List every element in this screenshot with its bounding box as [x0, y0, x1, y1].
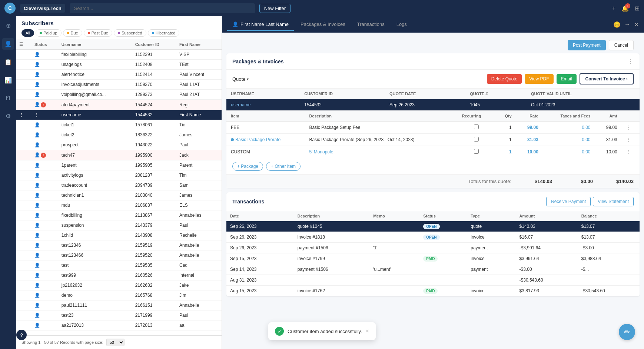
- quote-row[interactable]: username 1544532 Sep 26 2023 1045 Oct 01…: [226, 99, 640, 111]
- help-button[interactable]: ?: [16, 330, 27, 340]
- bell-icon[interactable]: 🔔1: [621, 5, 629, 12]
- table-row[interactable]: 👤 alert4notice 1152414 Paul Vincent: [16, 70, 222, 80]
- table-row[interactable]: 👤 aa2172013 2172013 aa: [16, 320, 222, 330]
- table-row[interactable]: Sep 26, 2023 quote #1045 OPEN quote $140…: [226, 221, 640, 232]
- table-row[interactable]: Sep 14, 2023 payment #1506 'u...ment' pa…: [226, 264, 640, 275]
- row-status: 👤: [31, 170, 59, 180]
- email-button[interactable]: Email: [557, 74, 577, 84]
- table-row[interactable]: 👤 mdu 2106837 ELS: [16, 200, 222, 210]
- table-row[interactable]: 👤 ticket1 1578061 Tic: [16, 120, 222, 130]
- quote-dropdown-icon[interactable]: ▾: [247, 77, 249, 81]
- prorate-link[interactable]: Basic Package Prorate: [235, 137, 280, 142]
- table-row[interactable]: 👤 demo 2165768 Jim: [16, 290, 222, 300]
- row-menu[interactable]: ⋮: [16, 110, 31, 120]
- table-row[interactable]: 👤 1parent 1995905 Parent: [16, 160, 222, 170]
- sidebar-icon-calendar[interactable]: 🗓: [3, 93, 13, 104]
- sidebar-icon-analytics[interactable]: 📊: [2, 74, 14, 86]
- filter-tab-all[interactable]: All: [21, 29, 34, 37]
- table-row[interactable]: Aug 31, 2023 -$30,543.60: [226, 275, 640, 286]
- tr-date: Aug 15, 2023: [226, 286, 294, 296]
- table-row[interactable]: 👤 activitylogs 2081287 Tim: [16, 170, 222, 180]
- tab-transactions[interactable]: Transactions: [352, 19, 390, 31]
- table-row[interactable]: 👤 tradeaccount 2094789 Sam: [16, 180, 222, 190]
- item-more-custom[interactable]: ⋮: [622, 146, 640, 158]
- table-row[interactable]: 👤 test 2159535 Cad: [16, 260, 222, 270]
- table-row[interactable]: Aug 15, 2023 invoice #1762 PAID invoice …: [226, 286, 640, 296]
- sidebar-icon-home[interactable]: ⊕: [4, 20, 13, 31]
- table-row[interactable]: Sep 26, 2023 payment #1506 '1' payment -…: [226, 243, 640, 253]
- table-row[interactable]: 👤 test23 2171999 Paul: [16, 310, 222, 320]
- table-row[interactable]: 👤 voipbilling@gmail.co... 1299373 Paul 2…: [16, 90, 222, 100]
- view-pdf-button[interactable]: View PDF: [525, 74, 553, 84]
- table-row[interactable]: Sep 15, 2023 invoice #1799 PAID invoice …: [226, 253, 640, 264]
- sidebar-icon-reports[interactable]: 📋: [2, 56, 14, 68]
- table-row[interactable]: 👤 1child 2143908 Rachelle: [16, 230, 222, 240]
- quote-label: Quote ▾: [232, 76, 249, 82]
- receive-payment-button[interactable]: Receive Payment: [546, 197, 591, 206]
- add-other-item-button[interactable]: + Other Item: [266, 162, 301, 171]
- tr-date: Sep 26, 2023: [226, 221, 294, 232]
- table-row[interactable]: 👤! alert4payment 1544524 Regi: [16, 100, 222, 110]
- view-statement-button[interactable]: View Statement: [593, 197, 634, 206]
- table-row[interactable]: 👤 fixedbilling 2113867 Annabelles: [16, 210, 222, 220]
- table-row[interactable]: 👤 ticket2 1836322 James: [16, 130, 222, 140]
- table-row[interactable]: 👤 test123466 2159520 Annabelle: [16, 250, 222, 260]
- table-row[interactable]: 👤 invoiceadjustments 1159270 Paul 1 IAT: [16, 80, 222, 90]
- row-firstname: Regi: [176, 100, 222, 110]
- row-customerid: 2103040: [132, 190, 176, 200]
- table-row[interactable]: 👤 flexiblebilling 1152391 VISP: [16, 50, 222, 60]
- tr-memo: [369, 253, 419, 264]
- filter-tab-pastdue[interactable]: Past Due: [84, 29, 112, 37]
- item-amt-prorate: 31.03: [595, 134, 622, 146]
- row-username: test123466: [59, 250, 132, 260]
- tab-subscriber-name[interactable]: 👤 First Name Last Name: [227, 19, 294, 31]
- close-tab-icon[interactable]: ✕: [634, 21, 639, 28]
- arrow-right-icon[interactable]: →: [624, 21, 630, 28]
- table-row[interactable]: Sep 26, 2023 invoice #1818 OPEN invoice …: [226, 232, 640, 243]
- table-row[interactable]: 👤! tech47 1995900 Jack: [16, 150, 222, 160]
- table-row[interactable]: 👤 paul2111111 2166151 Annabelle: [16, 300, 222, 310]
- filter-tab-due[interactable]: Due: [63, 29, 82, 37]
- table-row[interactable]: 👤 usagelogs 1152408 TEst: [16, 60, 222, 70]
- filter-tab-hibernated[interactable]: Hibernated: [148, 29, 180, 37]
- tr-balance: [578, 275, 640, 286]
- filter-tab-suspended[interactable]: Suspended: [114, 29, 146, 37]
- table-row[interactable]: 👤 jp2162632 2162632 Jake: [16, 280, 222, 290]
- convert-to-invoice-button[interactable]: Convert To Invoice ›: [580, 73, 634, 84]
- table-row[interactable]: 👤 test999 2160526 Internal: [16, 270, 222, 280]
- monopole-link[interactable]: 5' Monopole: [309, 149, 333, 154]
- post-payment-button[interactable]: Post Payment: [568, 40, 606, 50]
- toast-close-button[interactable]: ×: [366, 328, 369, 335]
- delete-quote-button[interactable]: Delete Quote: [487, 74, 522, 84]
- tr-desc: [294, 275, 369, 286]
- item-recurring-custom[interactable]: [458, 146, 495, 158]
- item-more-prorate[interactable]: ⋮: [622, 134, 640, 146]
- table-row[interactable]: 👤 technician1 2103040 James: [16, 190, 222, 200]
- grid-icon[interactable]: ⊞: [635, 5, 640, 12]
- item-recurring-fee[interactable]: [458, 122, 495, 134]
- item-recurring-prorate[interactable]: [458, 134, 495, 146]
- filter-tab-paidup[interactable]: Paid up: [36, 29, 61, 37]
- item-more-fee[interactable]: ⋮: [622, 122, 640, 134]
- search-input[interactable]: [70, 3, 255, 13]
- table-row[interactable]: 👤 test12346 2159519 Annabelle: [16, 240, 222, 250]
- tab-packages-invoices[interactable]: Packages & Invoices: [295, 19, 351, 31]
- tab-logs[interactable]: Logs: [391, 19, 412, 31]
- it-col-item: Item: [226, 111, 305, 122]
- table-row[interactable]: 👤 prospect 1943022 Paul: [16, 140, 222, 150]
- sidebar-icon-settings[interactable]: ⚙: [3, 110, 13, 122]
- table-row[interactable]: 👤 suspension 2143379 Paul: [16, 220, 222, 230]
- new-filter-button[interactable]: New Filter: [259, 4, 291, 13]
- add-icon[interactable]: +: [612, 5, 615, 11]
- row-username: paul2111111: [59, 300, 132, 310]
- sidebar-icon-users[interactable]: 👤: [2, 38, 14, 50]
- row-username: username: [59, 110, 132, 120]
- page-size-select[interactable]: 50 25 100: [106, 339, 125, 346]
- cancel-button[interactable]: Cancel: [609, 40, 634, 50]
- table-row[interactable]: ⋮ ⋮ username 1544532 First Name: [16, 110, 222, 120]
- fab-button[interactable]: ✏: [619, 324, 635, 340]
- row-firstname: Sam: [176, 180, 222, 190]
- packages-more-icon[interactable]: ⋮: [628, 58, 634, 65]
- add-package-button[interactable]: + Package: [232, 162, 263, 171]
- tr-balance: $13.07: [578, 221, 640, 232]
